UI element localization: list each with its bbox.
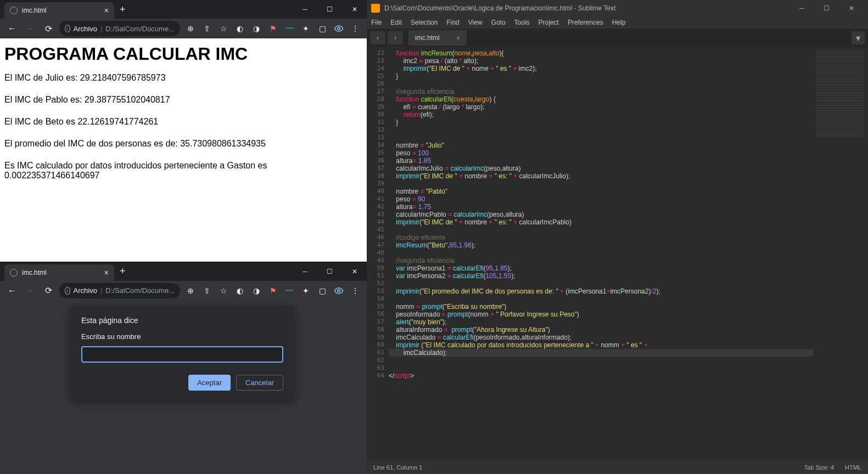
code-line[interactable]: nombre = "Julio" [389, 142, 813, 149]
code-line[interactable]: imprimir("El IMC de " + nombre + " es: "… [389, 172, 813, 180]
nav-forward-button[interactable]: › [388, 31, 403, 44]
back-button[interactable]: ← [4, 286, 19, 296]
extensions-icon[interactable]: ✦ [299, 284, 313, 298]
bookmark-icon[interactable]: ☆ [216, 284, 231, 298]
ext-icon-2[interactable]: ◑ [249, 21, 264, 36]
address-bar[interactable]: i Archivo | D:/SalCom/Docume... [59, 283, 180, 298]
code-line[interactable]: return(efi); [389, 111, 813, 119]
maximize-icon[interactable]: ☐ [317, 262, 342, 281]
menu-selection[interactable]: Selection [411, 19, 438, 26]
close-tab-icon[interactable]: × [104, 268, 109, 277]
code-line[interactable]: peso = 100 [389, 149, 813, 157]
cancel-button[interactable]: Cancelar [236, 375, 283, 391]
file-tab[interactable]: imc.html × [408, 30, 467, 46]
ext-icon-red[interactable]: ⚑ [266, 21, 280, 36]
code-line[interactable]: imprimir("El IMC de " + nome + " es " + … [389, 65, 813, 72]
minimap[interactable] [813, 47, 868, 461]
code-line[interactable] [389, 180, 813, 188]
code-line[interactable]: function calcularEfi(cuesta,largo) { [389, 95, 813, 103]
menu-help[interactable]: Help [612, 19, 626, 26]
code-line[interactable]: imc2 = pesa / (alto * alto); [389, 57, 813, 65]
forward-button[interactable]: → [23, 24, 37, 33]
code-line[interactable]: imcCalculado = calcularEfi(pesoInformado… [389, 334, 813, 341]
extensions-icon[interactable]: ✦ [299, 21, 313, 36]
code-line[interactable]: var imcPersona2 = calcularEfi(105,1.55); [389, 272, 813, 280]
close-file-icon[interactable]: × [456, 34, 461, 42]
accept-button[interactable]: Aceptar [188, 375, 231, 391]
nav-back-button[interactable]: ‹ [370, 31, 385, 44]
ољ-icon-1[interactable]: ◐ [233, 284, 247, 298]
code-line[interactable]: alturaInformado = prompt("Ahora Ingrese … [389, 326, 813, 334]
code-line[interactable]: imprimir("El promedio del IMC de dos per… [389, 287, 813, 295]
tab-dropdown-icon[interactable]: ▾ [852, 31, 865, 44]
prompt-input[interactable] [81, 346, 283, 363]
reload-button[interactable]: ⟳ [41, 285, 56, 296]
code-line[interactable]: } [389, 119, 813, 126]
forward-button[interactable]: → [23, 286, 37, 296]
code-line[interactable]: } [389, 72, 813, 80]
maximize-icon[interactable]: ☐ [814, 0, 839, 16]
close-icon[interactable]: ✕ [342, 0, 367, 19]
menu-icon[interactable]: ⋮ [348, 21, 362, 36]
code-line[interactable]: //segunda eficiencia [389, 257, 813, 264]
ext-icon-red[interactable]: ⚑ [266, 284, 280, 298]
code-line[interactable]: var imcPersona1 = calcularEfi(95,1.85); [389, 264, 813, 272]
code-line[interactable]: calcularImcPablo = calcularImc(peso,altu… [389, 211, 813, 218]
menu-icon[interactable]: ⋮ [348, 284, 362, 298]
ext-icon-2[interactable]: ◑ [249, 284, 264, 298]
code-line[interactable] [389, 126, 813, 134]
menu-project[interactable]: Project [539, 19, 559, 26]
menu-edit[interactable]: Edit [390, 19, 402, 26]
sidepanel-icon[interactable]: ▢ [315, 21, 329, 36]
menu-find[interactable]: Find [446, 19, 459, 26]
reload-button[interactable]: ⟳ [41, 24, 56, 34]
chrome1-tab[interactable]: imc.html × [4, 2, 114, 19]
close-icon[interactable]: ✕ [342, 262, 367, 281]
menu-preferences[interactable]: Preferences [568, 19, 603, 26]
maximize-icon[interactable]: ☐ [317, 0, 342, 19]
ext-icon-1[interactable]: ◐ [233, 21, 247, 36]
new-tab-button[interactable]: + [114, 266, 131, 277]
tab-size[interactable]: Tab Size: 4 [804, 464, 834, 471]
ext-icon-eye[interactable] [332, 21, 346, 36]
code-line[interactable] [389, 134, 813, 142]
address-bar[interactable]: i Archivo | D:/SalCom/Docume... [59, 21, 180, 36]
minimize-icon[interactable]: ─ [293, 0, 317, 19]
code-line[interactable]: imprimir("El IMC de " + nombre + " es: "… [389, 218, 813, 226]
code-line[interactable]: altura= 1.75 [389, 203, 813, 211]
ext-icon-teal[interactable]: 〰 [282, 21, 296, 36]
code-line[interactable]: pesoInformado = prompt(nomm + " Porfavor… [389, 311, 813, 318]
code-line[interactable] [389, 295, 813, 303]
share-icon[interactable]: ⇪ [200, 21, 214, 36]
syntax-mode[interactable]: HTML [845, 464, 861, 471]
code-line[interactable]: nomm = prompt("Escriba su nombre") [389, 303, 813, 311]
new-tab-button[interactable]: + [114, 4, 131, 15]
info-icon[interactable]: i [65, 287, 70, 295]
code-line[interactable]: //codigo eficiente [389, 234, 813, 241]
code-line[interactable] [389, 280, 813, 287]
minimize-icon[interactable]: ─ [293, 262, 317, 281]
ext-icon-eye[interactable] [332, 284, 346, 298]
code-line[interactable]: function imcResum(nome,pesa,alto){ [389, 49, 813, 57]
menu-view[interactable]: View [468, 19, 483, 26]
code-line[interactable]: </script> [389, 372, 813, 380]
zoom-icon[interactable]: ⊕ [183, 21, 198, 36]
code-line[interactable] [389, 226, 813, 234]
code-line[interactable]: altura= 1.85 [389, 157, 813, 165]
back-button[interactable]: ← [4, 24, 19, 33]
code-line[interactable]: efi = cuesta / (largo * largo); [389, 103, 813, 111]
menu-goto[interactable]: Goto [491, 19, 506, 26]
code-line[interactable] [389, 357, 813, 364]
code-line[interactable] [389, 364, 813, 372]
menu-file[interactable]: File [371, 19, 382, 26]
bookmark-icon[interactable]: ☆ [216, 21, 231, 36]
code-line[interactable]: imprimir ("El IMC calculado por datos in… [389, 341, 813, 349]
code-line[interactable]: calcularImcJulio = calcularImc(peso,altu… [389, 165, 813, 172]
code-line[interactable]: imcResum("Beto",85,1.96); [389, 241, 813, 249]
info-icon[interactable]: i [65, 25, 70, 32]
share-icon[interactable]: ⇪ [200, 284, 214, 298]
zoom-icon[interactable]: ⊕ [183, 284, 198, 298]
close-icon[interactable]: ✕ [839, 0, 864, 16]
minimize-icon[interactable]: ─ [789, 0, 814, 16]
code-line[interactable]: alert("muy bien"); [389, 318, 813, 326]
